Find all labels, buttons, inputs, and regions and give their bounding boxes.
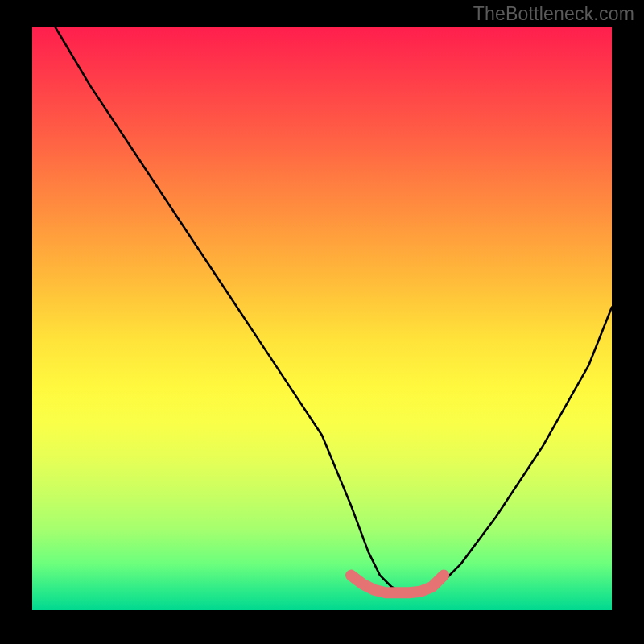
watermark-text: TheBottleneck.com: [473, 3, 634, 25]
gradient-plot-area: [32, 27, 612, 610]
chart-frame: TheBottleneck.com: [0, 0, 644, 644]
